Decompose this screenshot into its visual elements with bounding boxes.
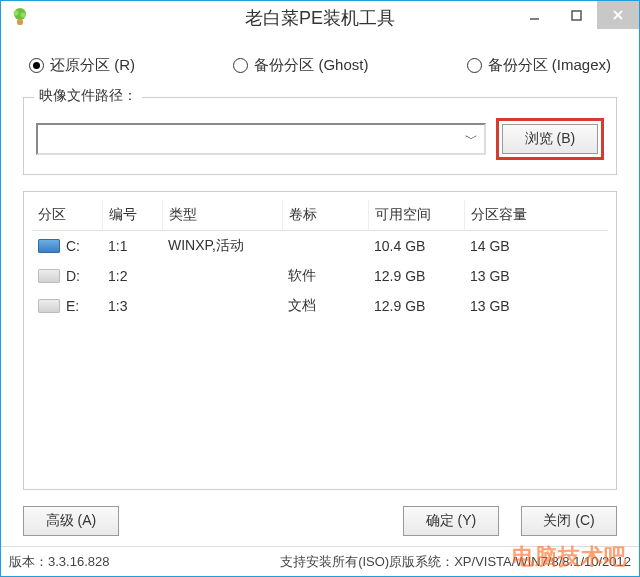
browse-button[interactable]: 浏览 (B) — [502, 124, 598, 154]
advanced-button-label: 高级 (A) — [46, 512, 97, 530]
radio-icon — [29, 58, 44, 73]
cell-num: 1:2 — [102, 261, 162, 291]
cell-label: 文档 — [282, 291, 368, 321]
mode-backup-ghost-label: 备份分区 (Ghost) — [254, 56, 368, 75]
chevron-down-icon: ﹀ — [465, 130, 478, 148]
th-num[interactable]: 编号 — [102, 200, 162, 231]
mode-backup-imagex-radio[interactable]: 备份分区 (Imagex) — [467, 56, 611, 75]
cell-num: 1:3 — [102, 291, 162, 321]
table-row[interactable]: E:1:3文档12.9 GB13 GB — [32, 291, 608, 321]
mode-restore-radio[interactable]: 还原分区 (R) — [29, 56, 135, 75]
close-button[interactable]: 关闭 (C) — [521, 506, 617, 536]
cell-size: 13 GB — [464, 291, 608, 321]
close-window-button[interactable] — [597, 1, 639, 29]
image-path-label: 映像文件路径： — [34, 87, 142, 105]
browse-highlight: 浏览 (B) — [496, 118, 604, 160]
maximize-button[interactable] — [555, 1, 597, 29]
cell-type — [162, 261, 282, 291]
cell-label — [282, 231, 368, 262]
cell-free: 10.4 GB — [368, 231, 464, 262]
cell-size: 14 GB — [464, 231, 608, 262]
cell-free: 12.9 GB — [368, 261, 464, 291]
svg-rect-5 — [572, 11, 581, 20]
minimize-button[interactable] — [513, 1, 555, 29]
th-drive[interactable]: 分区 — [32, 200, 102, 231]
image-path-combo[interactable]: ﹀ — [36, 123, 486, 155]
cell-size: 13 GB — [464, 261, 608, 291]
th-size[interactable]: 分区容量 — [464, 200, 608, 231]
advanced-button[interactable]: 高级 (A) — [23, 506, 119, 536]
close-button-label: 关闭 (C) — [543, 512, 594, 530]
drive-icon — [38, 269, 60, 283]
cell-free: 12.9 GB — [368, 291, 464, 321]
mode-backup-ghost-radio[interactable]: 备份分区 (Ghost) — [233, 56, 368, 75]
cell-type — [162, 291, 282, 321]
drive-letter: D: — [66, 268, 80, 284]
radio-icon — [467, 58, 482, 73]
browse-button-label: 浏览 (B) — [525, 130, 576, 148]
drive-letter: E: — [66, 298, 79, 314]
cell-type: WINXP,活动 — [162, 231, 282, 262]
ok-button[interactable]: 确定 (Y) — [403, 506, 499, 536]
radio-icon — [233, 58, 248, 73]
partition-table: 分区 编号 类型 卷标 可用空间 分区容量 C:1:1WINXP,活动10.4 … — [32, 200, 608, 321]
th-free[interactable]: 可用空间 — [368, 200, 464, 231]
drive-letter: C: — [66, 238, 80, 254]
table-row[interactable]: D:1:2软件12.9 GB13 GB — [32, 261, 608, 291]
cell-num: 1:1 — [102, 231, 162, 262]
drive-icon — [38, 239, 60, 253]
th-type[interactable]: 类型 — [162, 200, 282, 231]
ok-button-label: 确定 (Y) — [426, 512, 477, 530]
mode-backup-imagex-label: 备份分区 (Imagex) — [488, 56, 611, 75]
drive-icon — [38, 299, 60, 313]
version-text: 版本：3.3.16.828 — [9, 553, 109, 571]
cell-label: 软件 — [282, 261, 368, 291]
mode-restore-label: 还原分区 (R) — [50, 56, 135, 75]
table-row[interactable]: C:1:1WINXP,活动10.4 GB14 GB — [32, 231, 608, 262]
th-label[interactable]: 卷标 — [282, 200, 368, 231]
support-text: 支持安装所有(ISO)原版系统：XP/VISTA/WIN7/8/8.1/10/2… — [280, 553, 631, 571]
